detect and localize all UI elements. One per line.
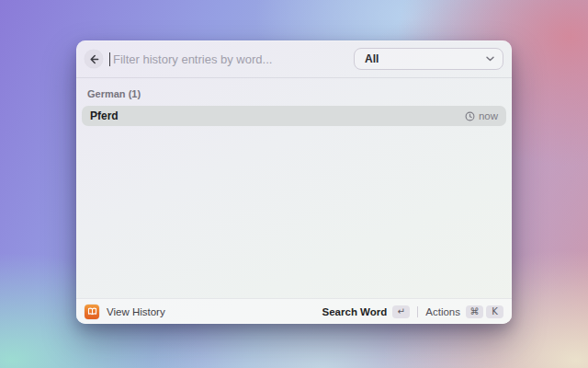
text-caret	[109, 52, 110, 66]
list-item-accessory: now	[465, 110, 498, 121]
return-key-badge: ↵	[392, 305, 410, 318]
list-item-time: now	[479, 110, 498, 121]
footer: View History Search Word ↵ Actions ⌘ K	[76, 298, 512, 324]
filter-dropdown-value: All	[365, 52, 379, 65]
actions-shortcut: ⌘ K	[466, 305, 503, 318]
command-key-badge: ⌘	[466, 305, 483, 318]
arrow-left-icon	[89, 54, 99, 64]
launcher-window: All German (1) Pferd now View	[76, 40, 512, 324]
primary-action-button[interactable]: Search Word ↵	[322, 305, 411, 318]
actions-menu-button[interactable]: Actions ⌘ K	[425, 305, 503, 318]
footer-divider	[417, 306, 418, 317]
list-item-title: Pferd	[90, 109, 465, 122]
list-item[interactable]: Pferd now	[82, 106, 506, 126]
chevron-down-icon	[486, 56, 494, 62]
primary-action-label: Search Word	[322, 306, 388, 317]
search-input[interactable]	[113, 52, 347, 66]
footer-command-name: View History	[107, 306, 165, 317]
back-button[interactable]	[85, 50, 103, 68]
results-list: German (1) Pferd now	[76, 78, 512, 298]
dictionary-app-icon	[85, 305, 99, 319]
k-key-badge: K	[486, 305, 503, 318]
section-header: German (1)	[82, 83, 506, 106]
filter-dropdown[interactable]: All	[354, 48, 503, 70]
clock-icon	[465, 111, 475, 121]
search-bar: All	[76, 40, 512, 78]
open-book-icon	[87, 306, 97, 316]
actions-menu-label: Actions	[425, 306, 460, 317]
